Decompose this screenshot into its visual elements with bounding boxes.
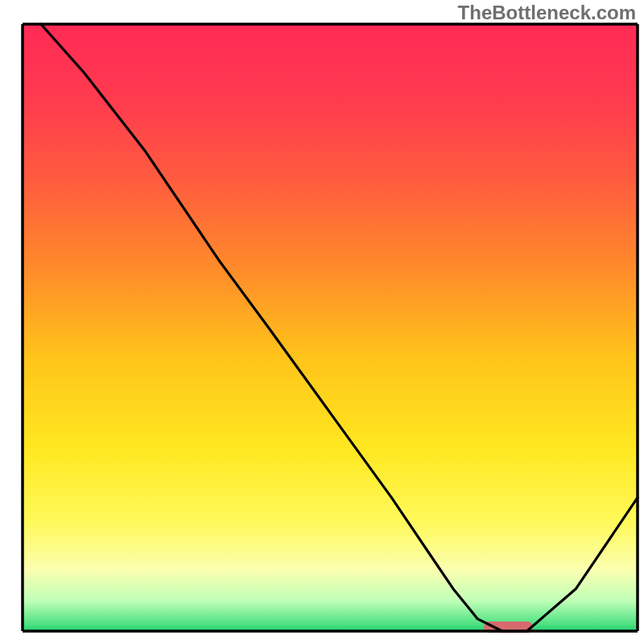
chart-svg (0, 0, 644, 644)
bottleneck-chart: TheBottleneck.com (0, 0, 644, 644)
plot-area (23, 24, 638, 633)
watermark-text: TheBottleneck.com (458, 2, 636, 24)
gradient-background (23, 24, 638, 631)
